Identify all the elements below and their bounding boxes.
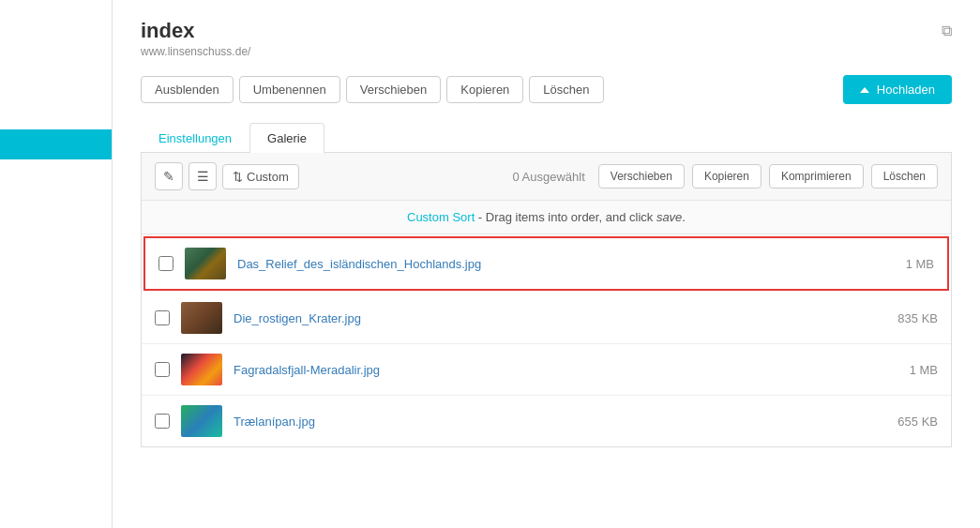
tabs: Einstellungen Galerie [141, 123, 952, 153]
file-checkbox-1[interactable] [158, 256, 173, 271]
file-size-1: 1 MB [878, 257, 934, 271]
copy-button[interactable]: Kopieren [446, 76, 523, 103]
toolbar-right: 0 Ausgewählt Verschieben Kopieren Kompri… [512, 164, 938, 189]
list-icon-button[interactable]: ☰ [188, 162, 217, 190]
sort-label: Custom [247, 170, 289, 184]
external-link-icon[interactable]: ⧉ [942, 23, 952, 39]
table-row: Fagradalsfjall-Meradalir.jpg 1 MB [142, 344, 951, 396]
file-name-3[interactable]: Fagradalsfjall-Meradalir.jpg [234, 363, 870, 377]
file-size-3: 1 MB [882, 363, 938, 377]
main-content: index www.linsenschuss.de/ ⧉ Ausblenden … [113, 0, 980, 528]
edit-icon: ✎ [163, 169, 174, 184]
delete-action-button[interactable]: Löschen [871, 164, 938, 189]
tab-gallery[interactable]: Galerie [249, 123, 324, 153]
table-row: Das_Relief_des_isländischen_Hochlands.jp… [143, 236, 949, 291]
sidebar [0, 0, 113, 528]
thumbnail-image-1 [185, 248, 226, 279]
gallery-panel: ✎ ☰ ⇅ Custom 0 Ausgewählt Verschieben Ko… [141, 153, 952, 447]
save-text: save [656, 210, 682, 224]
file-thumbnail-1 [185, 248, 226, 279]
sort-description: - Drag items into order, and click [475, 210, 656, 224]
list-icon: ☰ [197, 169, 209, 184]
page-title: index [141, 19, 250, 43]
sort-icon: ⇅ [233, 170, 243, 184]
file-name-4[interactable]: Trælanípan.jpg [234, 415, 870, 429]
title-section: index www.linsenschuss.de/ [141, 19, 250, 58]
hide-button[interactable]: Ausblenden [141, 76, 234, 103]
thumbnail-image-3 [181, 354, 222, 385]
table-row: Trælanípan.jpg 655 KB [142, 396, 951, 446]
file-name-2[interactable]: Die_rostigen_Krater.jpg [234, 311, 870, 325]
sort-end: . [682, 210, 686, 224]
toolbar-left: ✎ ☰ ⇅ Custom [155, 162, 299, 190]
file-checkbox-3[interactable] [155, 362, 170, 377]
file-list: Das_Relief_des_isländischen_Hochlands.jp… [142, 236, 951, 446]
file-size-4: 655 KB [882, 415, 938, 429]
file-thumbnail-4 [181, 405, 222, 437]
sidebar-active-indicator [0, 129, 112, 159]
action-buttons-left: Ausblenden Umbenennen Verschieben Kopier… [141, 76, 604, 103]
delete-button[interactable]: Löschen [529, 76, 603, 103]
file-thumbnail-2 [181, 302, 222, 334]
custom-sort-link[interactable]: Custom Sort [407, 210, 475, 224]
edit-icon-button[interactable]: ✎ [155, 162, 183, 190]
sort-info-bar: Custom Sort - Drag items into order, and… [142, 201, 951, 234]
thumbnail-image-4 [181, 405, 222, 437]
action-bar: Ausblenden Umbenennen Verschieben Kopier… [141, 75, 952, 104]
move-button[interactable]: Verschieben [346, 76, 442, 103]
upload-icon [860, 87, 869, 93]
file-size-2: 835 KB [882, 311, 938, 325]
compress-action-button[interactable]: Komprimieren [769, 164, 864, 189]
gallery-toolbar: ✎ ☰ ⇅ Custom 0 Ausgewählt Verschieben Ko… [142, 153, 951, 201]
tab-settings[interactable]: Einstellungen [141, 123, 249, 153]
rename-button[interactable]: Umbenennen [239, 76, 340, 103]
copy-action-button[interactable]: Kopieren [692, 164, 761, 189]
selected-count: 0 Ausgewählt [512, 170, 584, 184]
move-action-button[interactable]: Verschieben [598, 164, 685, 189]
file-name-1[interactable]: Das_Relief_des_isländischen_Hochlands.jp… [237, 257, 867, 271]
file-checkbox-2[interactable] [155, 310, 170, 325]
sort-button[interactable]: ⇅ Custom [222, 164, 299, 189]
upload-button[interactable]: Hochladen [843, 75, 952, 104]
page-url: www.linsenschuss.de/ [141, 45, 250, 58]
file-checkbox-4[interactable] [155, 414, 170, 429]
thumbnail-image-2 [181, 302, 222, 334]
top-bar: index www.linsenschuss.de/ ⧉ [141, 19, 952, 58]
table-row: Die_rostigen_Krater.jpg 835 KB [142, 293, 951, 344]
file-thumbnail-3 [181, 354, 222, 385]
